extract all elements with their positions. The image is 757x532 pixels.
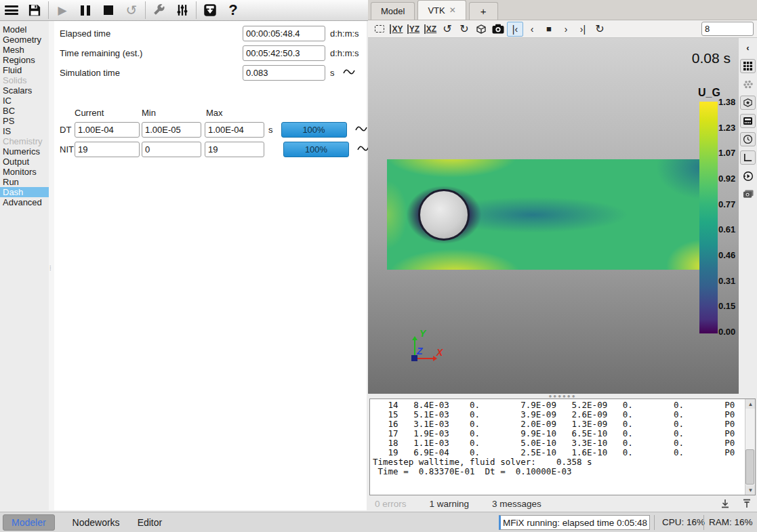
prev-frame-button[interactable]: ‹ <box>524 22 540 37</box>
nit-max-field[interactable] <box>205 142 264 157</box>
scrollbar-thumb[interactable] <box>745 449 754 485</box>
repeat-button[interactable]: ↻ <box>592 22 608 37</box>
sidebar-item[interactable]: Chemistry <box>0 136 49 146</box>
rotate-right-button[interactable]: ↻ <box>456 22 472 37</box>
first-frame-button[interactable]: |‹ <box>507 22 523 37</box>
fit-view-icon <box>375 25 384 33</box>
scroll-to-top-icon[interactable] <box>742 499 752 508</box>
axes-settings-button[interactable] <box>740 150 756 165</box>
collapse-panel-button[interactable]: ‹ <box>740 41 756 55</box>
toggle-particles-button[interactable] <box>740 77 756 91</box>
elapsed-time-field[interactable] <box>243 26 325 41</box>
x-axis-label: X <box>436 347 443 358</box>
perspective-button[interactable] <box>473 22 489 37</box>
play-settings-button[interactable] <box>740 169 756 183</box>
colorbar-tick: 0.46 <box>718 251 735 260</box>
reset-button[interactable]: ↺ <box>120 1 143 20</box>
screenshot-button[interactable] <box>490 22 506 37</box>
sidebar-item[interactable]: Scalars <box>0 85 49 96</box>
colorbar-tick: 0.92 <box>718 174 735 183</box>
menu-button[interactable] <box>0 1 23 20</box>
plot-dt-button[interactable] <box>355 125 367 135</box>
messages-count[interactable]: 3 messages <box>492 499 541 509</box>
scroll-down-icon[interactable]: ▼ <box>745 485 756 495</box>
settings-button[interactable] <box>171 1 194 20</box>
toggle-cells-button[interactable] <box>740 114 756 128</box>
reset-view-button[interactable] <box>371 22 388 37</box>
dt-table-header: Current Min Max <box>60 108 223 118</box>
snapshot-settings-button[interactable] <box>740 187 756 201</box>
tab-editor[interactable]: Editor <box>138 517 163 528</box>
pause-button[interactable] <box>74 1 97 20</box>
errors-count[interactable]: 0 errors <box>375 499 407 509</box>
cylinder-geometry <box>418 189 470 241</box>
colorbar-tick: 1.07 <box>718 148 735 157</box>
frame-number-field[interactable] <box>701 22 754 36</box>
sidebar-item[interactable]: Run <box>0 177 49 187</box>
save-button[interactable] <box>23 1 46 20</box>
tab-vtk[interactable]: VTK ✕ <box>417 0 466 20</box>
next-frame-button[interactable]: › <box>558 22 574 37</box>
cpu-usage: CPU: 16% <box>662 517 705 527</box>
toggle-mesh-button[interactable] <box>740 59 756 73</box>
panel-splitter[interactable]: ⁞ <box>49 21 54 510</box>
sidebar-item[interactable]: Model <box>0 24 49 35</box>
dt-unit: s <box>268 125 273 135</box>
sidebar-item[interactable]: Regions <box>0 55 49 65</box>
cells-icon <box>743 117 753 125</box>
solver-output-terminal[interactable]: 14 8.4E-03 0. 7.9E-09 5.2E-09 0. 0. P0 1… <box>369 398 756 495</box>
sidebar-item[interactable]: Geometry <box>0 35 49 45</box>
sidebar-item[interactable]: Solids <box>0 75 49 85</box>
sidebar-item[interactable]: IS <box>0 126 49 136</box>
sidebar-item[interactable]: Mesh <box>0 45 49 55</box>
view-yz-button[interactable]: YZ <box>405 22 422 37</box>
tab-modeler[interactable]: Modeler <box>3 514 55 531</box>
hamburger-icon <box>5 5 18 15</box>
sidebar-item[interactable]: IC <box>0 96 49 106</box>
terminal-splitter[interactable]: ●●●●●● <box>368 394 757 398</box>
time-remaining-field[interactable] <box>243 45 325 61</box>
scroll-to-bottom-icon[interactable] <box>720 499 730 508</box>
simulation-time-field[interactable] <box>243 65 325 81</box>
tab-model[interactable]: Model <box>371 2 415 20</box>
sidebar-item[interactable]: Dash <box>0 187 49 197</box>
nit-min-field[interactable] <box>142 142 201 157</box>
close-tab-icon[interactable]: ✕ <box>449 5 456 15</box>
build-button[interactable] <box>148 1 171 20</box>
last-frame-button[interactable]: ›| <box>575 22 591 37</box>
time-settings-button[interactable] <box>740 132 756 146</box>
geometry-icon <box>743 98 753 108</box>
pause-icon <box>81 5 90 16</box>
dt-max-field[interactable] <box>205 122 264 138</box>
dt-current-field[interactable] <box>75 122 140 138</box>
stop-playback-button[interactable]: ■ <box>541 22 557 37</box>
dt-min-field[interactable] <box>142 122 201 138</box>
export-button[interactable] <box>199 1 222 20</box>
plot-sim-time-button[interactable] <box>343 68 355 78</box>
save-icon <box>28 3 41 17</box>
play-button[interactable]: ▶ <box>51 1 74 20</box>
tab-nodeworks[interactable]: Nodeworks <box>73 517 120 528</box>
sidebar-item[interactable]: Output <box>0 157 49 167</box>
sidebar-item[interactable]: Numerics <box>0 146 49 157</box>
sidebar-item[interactable]: Advanced <box>0 197 49 207</box>
stop-button[interactable] <box>97 1 120 20</box>
warnings-count[interactable]: 1 warning <box>430 499 470 509</box>
sidebar-item[interactable]: BC <box>0 106 49 116</box>
tab-add[interactable]: + <box>469 2 498 20</box>
terminal-scrollbar[interactable]: ▲ ▼ <box>745 399 755 495</box>
vtk-canvas[interactable]: 0.08 s U_G 1.381.231.070.920.770.610.460… <box>368 38 739 394</box>
view-xz-button[interactable]: XZ <box>422 22 438 37</box>
rotate-left-icon: ↺ <box>443 22 451 35</box>
view-xy-button[interactable]: XY <box>388 22 405 37</box>
rotate-left-button[interactable]: ↺ <box>439 22 455 37</box>
scroll-up-icon[interactable]: ▲ <box>745 399 756 409</box>
help-button[interactable]: ? <box>222 1 245 20</box>
particles-icon <box>743 79 754 90</box>
sidebar-item[interactable]: Monitors <box>0 167 49 177</box>
nit-row-label: NIT <box>60 144 75 155</box>
toggle-geometry-button[interactable] <box>740 96 756 110</box>
nit-current-field[interactable] <box>75 142 140 157</box>
sidebar-item[interactable]: Fluid <box>0 65 49 75</box>
sidebar-item[interactable]: PS <box>0 116 49 126</box>
